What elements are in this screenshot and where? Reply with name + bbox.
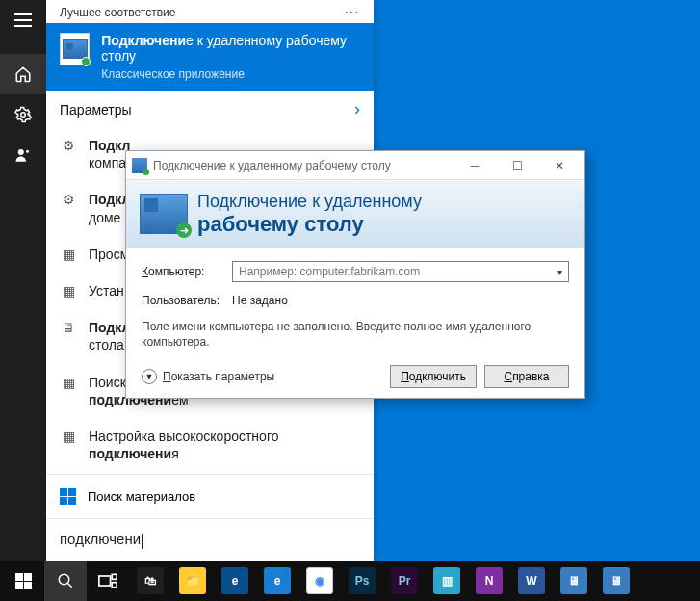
search-icon xyxy=(57,572,74,589)
user-label: Пользователь: xyxy=(142,294,222,307)
onenote-icon: N xyxy=(476,567,503,594)
rdp2-icon: 🖥 xyxy=(603,567,630,594)
text-caret xyxy=(142,534,143,549)
svg-point-1 xyxy=(18,149,24,155)
rail-user[interactable] xyxy=(0,135,46,175)
search-web[interactable]: Поиск материалов xyxy=(46,474,374,518)
best-match-title: Подключение к удаленному рабочему столу xyxy=(101,33,360,64)
taskbar-app-ie[interactable]: e xyxy=(256,561,298,601)
taskbar-app-premiere[interactable]: Pr xyxy=(383,561,426,601)
rdp1-icon: 🖥 xyxy=(560,567,587,594)
ie-icon: e xyxy=(264,567,291,594)
dialog-titlebar[interactable]: Подключение к удаленному рабочему столу … xyxy=(126,151,584,180)
taskbar-app-onenote[interactable]: N xyxy=(468,561,510,601)
store-icon xyxy=(60,488,76,505)
photoshop-icon: Ps xyxy=(349,567,376,594)
parameters-label: Параметры xyxy=(60,102,132,118)
network-icon: ▦ xyxy=(60,246,77,263)
rail-home[interactable] xyxy=(0,54,46,94)
rdp-app-icon xyxy=(60,33,90,65)
dialog-body: Компьютер: Например: computer.fabrikam.c… xyxy=(126,248,584,398)
hamburger-icon xyxy=(14,13,32,27)
show-options-label: Показать параметры xyxy=(163,370,274,383)
rdp-dialog: Подключение к удаленному рабочему столу … xyxy=(125,150,585,399)
svg-rect-7 xyxy=(112,583,117,588)
banner-title: Подключение к удаленному рабочему столу xyxy=(197,192,422,236)
taskbar-app-store[interactable]: 🛍 xyxy=(129,561,171,601)
computer-input[interactable]: Например: computer.fabrikam.com ▾ xyxy=(232,261,569,282)
best-match-subtitle: Классическое приложение xyxy=(101,67,360,81)
svg-point-0 xyxy=(21,113,26,118)
svg-line-4 xyxy=(67,583,72,588)
chrome-icon: ◉ xyxy=(306,567,333,594)
network-icon: ▦ xyxy=(60,374,77,391)
computer-label: Компьютер: xyxy=(142,265,222,278)
svg-rect-6 xyxy=(112,574,117,579)
dialog-banner: ➜ Подключение к удаленному рабочему стол… xyxy=(126,180,584,248)
dialog-title: Подключение к удаленному рабочему столу xyxy=(153,159,454,172)
chevron-down-icon[interactable]: ▾ xyxy=(557,267,562,277)
taskbar-app-app1[interactable]: ▥ xyxy=(426,561,468,601)
materials-label: Поиск материалов xyxy=(88,489,195,504)
close-button[interactable]: ✕ xyxy=(538,152,581,179)
result-item[interactable]: ▦ Настройка высокоскоростного подключени… xyxy=(46,418,374,472)
chevron-right-icon[interactable]: › xyxy=(354,99,360,119)
home-icon xyxy=(14,65,32,83)
computer-placeholder: Например: computer.fabrikam.com xyxy=(239,265,420,278)
edge-icon: e xyxy=(221,567,248,594)
parameters-header[interactable]: Параметры › xyxy=(46,91,374,127)
minimize-button[interactable]: ─ xyxy=(454,152,496,179)
user-value: Не задано xyxy=(232,294,288,307)
expand-icon: ▼ xyxy=(142,369,157,384)
best-match-label: Лучшее соответствие xyxy=(60,6,175,19)
taskbar-app-rdp2[interactable]: 🖥 xyxy=(595,561,637,601)
store-icon: 🛍 xyxy=(137,567,164,594)
gear-icon: ⚙ xyxy=(60,137,77,154)
taskbar-app-photoshop[interactable]: Ps xyxy=(341,561,383,601)
rdp-titlebar-icon xyxy=(132,158,147,173)
premiere-icon: Pr xyxy=(391,567,418,594)
word-icon: W xyxy=(518,567,545,594)
svg-point-2 xyxy=(26,150,29,153)
more-button[interactable]: ··· xyxy=(345,6,360,19)
hamburger-button[interactable] xyxy=(0,0,46,40)
taskbar-app-word[interactable]: W xyxy=(510,561,553,601)
best-match-header: Лучшее соответствие ··· xyxy=(46,0,374,23)
rdp-small-icon: 🖥 xyxy=(60,319,77,336)
gear-icon: ⚙ xyxy=(60,191,77,208)
taskbar-app-explorer[interactable]: 📁 xyxy=(171,561,214,601)
search-input-row[interactable]: подключени xyxy=(46,518,374,561)
taskview-icon xyxy=(98,573,117,588)
svg-rect-5 xyxy=(99,576,111,586)
search-button[interactable] xyxy=(44,561,87,601)
taskbar-app-edge[interactable]: e xyxy=(214,561,256,601)
svg-point-3 xyxy=(59,574,69,585)
taskview-button[interactable] xyxy=(87,561,129,601)
explorer-icon: 📁 xyxy=(179,567,206,594)
start-left-rail xyxy=(0,0,46,561)
maximize-button[interactable]: ☐ xyxy=(496,152,538,179)
show-options-toggle[interactable]: ▼ Показать параметры xyxy=(142,369,274,384)
search-input[interactable]: подключени xyxy=(60,531,141,547)
hint-text: Поле имени компьютера не заполнено. Введ… xyxy=(142,319,569,350)
start-button[interactable] xyxy=(2,561,44,601)
network-icon: ▦ xyxy=(60,282,77,300)
app1-icon: ▥ xyxy=(433,567,460,594)
taskbar-app-chrome[interactable]: ◉ xyxy=(298,561,341,601)
rail-settings[interactable] xyxy=(0,94,46,135)
connect-button[interactable]: Подключить xyxy=(390,365,477,388)
taskbar: 🛍📁ee◉PsPr▥NW🖥🖥 xyxy=(0,561,700,601)
help-button[interactable]: Справка xyxy=(484,365,569,388)
windows-icon xyxy=(15,573,32,589)
gear-icon xyxy=(14,106,32,123)
user-icon xyxy=(14,146,32,164)
rdp-banner-icon: ➜ xyxy=(140,194,188,234)
taskbar-app-rdp1[interactable]: 🖥 xyxy=(553,561,595,601)
network-icon: ▦ xyxy=(60,428,77,445)
best-match-item[interactable]: Подключение к удаленному рабочему столу … xyxy=(46,23,374,91)
